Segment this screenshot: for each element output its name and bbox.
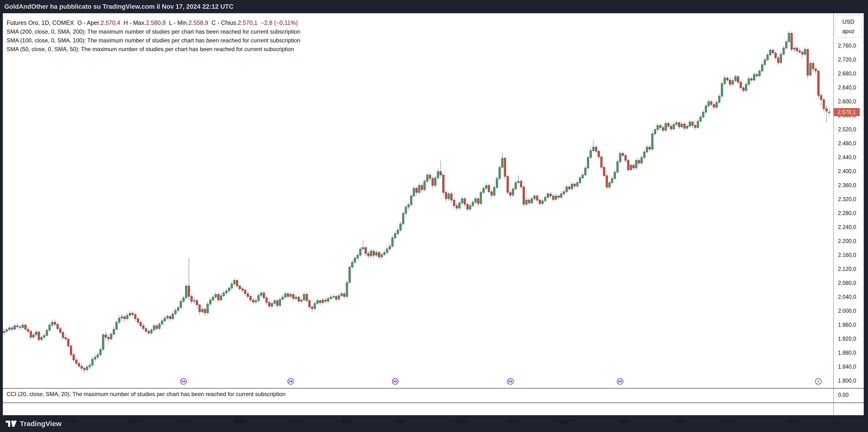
study-sma50: SMA (50, close, 0, SMA, 50): The maximum… [7, 45, 300, 54]
price-tick-label: 2.720,0 [838, 57, 856, 63]
study-sma200: SMA (200, close, 0, SMA, 200): The maxim… [7, 27, 300, 36]
price-tick-label: 2.040,0 [838, 294, 856, 300]
legend-segment: 2.558,9 [188, 20, 208, 26]
realtime-icon[interactable] [815, 378, 822, 385]
publish-info-text: GoldAndOther ha pubblicato su TradingVie… [4, 3, 234, 10]
footer-brand-text[interactable]: TradingView [20, 420, 61, 428]
candlestick-chart[interactable] [3, 13, 833, 388]
tradingview-snapshot: GoldAndOther ha pubblicato su TradingVie… [0, 0, 868, 432]
publish-info-bar: GoldAndOther ha pubblicato su TradingVie… [0, 0, 868, 13]
price-tick-label: 1.840,0 [838, 364, 856, 370]
legend-segment: 2.570,4 [100, 20, 120, 26]
cci-zero-tick: 0,00 [838, 392, 848, 398]
footer-bar: TradingView [0, 415, 868, 432]
legend-segment: 2.570,1 [238, 20, 257, 26]
last-price-value: 2.570,1 [838, 109, 856, 116]
price-tick-label: 2.480,0 [838, 140, 856, 147]
contract-rollover-icon[interactable] [617, 378, 624, 385]
legend-segment: −2,8 (−0,11%) [257, 20, 298, 26]
legend-segment: 2.580,8 [146, 20, 165, 26]
chart-surface[interactable]: Futures Oro, 1D, COMEX O - Aper.2.570,4 … [3, 13, 864, 415]
price-tick-label: 2.120,0 [838, 266, 856, 272]
currency-label[interactable]: USD [842, 19, 855, 25]
price-tick-label: 2.680,0 [838, 70, 856, 77]
legend-segment: Futures Oro, 1D, COMEX [7, 20, 78, 26]
legend-segment: L - Min. [166, 20, 188, 26]
price-tick-label: 2.160,0 [838, 252, 856, 258]
symbol-ohlc-row: Futures Oro, 1D, COMEX O - Aper.2.570,4 … [7, 19, 300, 27]
pane-divider-cci-time [3, 402, 864, 403]
chart-legend: Futures Oro, 1D, COMEX O - Aper.2.570,4 … [7, 19, 300, 54]
cci-study-row: CCI (20, close, SMA, 20): The maximum nu… [7, 391, 285, 397]
contract-rollover-icon[interactable] [180, 378, 187, 385]
currency-unit-toggle[interactable]: USD apoz [835, 15, 862, 38]
pane-divider-main-cci[interactable] [3, 388, 864, 389]
price-tick-label: 1.800,0 [838, 378, 856, 384]
price-tick-label: 2.600,0 [838, 98, 856, 105]
price-tick-label: 2.320,0 [838, 196, 856, 203]
price-tick-label: 1.960,0 [838, 322, 856, 328]
price-tick-label: 2.360,0 [838, 182, 856, 189]
price-axis-border [833, 13, 834, 415]
price-tick-label: 2.080,0 [838, 280, 856, 286]
contract-rollover-icon[interactable] [507, 378, 514, 385]
price-tick-label: 2.000,0 [838, 308, 856, 314]
legend-segment: H - Max. [120, 20, 146, 26]
price-tick-label: 2.640,0 [838, 85, 856, 91]
price-tick-label: 2.200,0 [838, 238, 856, 244]
study-sma100: SMA (100, close, 0, SMA, 100): The maxim… [7, 36, 300, 45]
legend-segment: C - Chius. [208, 20, 238, 26]
price-tick-label: 2.520,0 [838, 126, 856, 133]
price-tick-label: 2.280,0 [838, 210, 856, 216]
candlestick-series [3, 13, 833, 388]
price-tick-label: 2.240,0 [838, 224, 856, 230]
price-tick-label: 1.880,0 [838, 350, 856, 356]
price-tick-label: 1.920,0 [838, 336, 856, 342]
contract-rollover-icon[interactable] [392, 378, 399, 385]
price-tick-label: 2.400,0 [838, 168, 856, 175]
price-tick-label: 2.440,0 [838, 154, 856, 161]
legend-segment: O - Aper. [78, 20, 101, 26]
tradingview-logo-icon[interactable] [6, 420, 17, 428]
contract-rollover-icon[interactable] [287, 378, 294, 385]
price-tick-label: 2.760,0 [838, 42, 856, 49]
last-price-tag: 2.570,1 [834, 108, 860, 116]
unit-label[interactable]: apoz [842, 28, 855, 35]
